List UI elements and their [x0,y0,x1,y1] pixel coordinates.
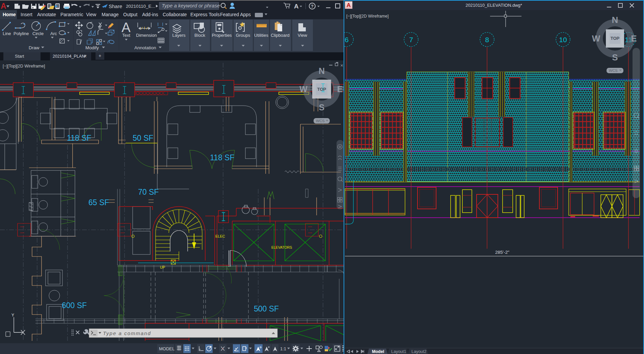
svg-text:W: W [299,84,307,94]
svg-text:View: View [298,33,307,38]
svg-text:1:1: 1:1 [280,346,286,351]
svg-text:500 SF: 500 SF [254,304,279,313]
svg-text:285'-2": 285'-2" [495,250,509,255]
svg-text:Share: Share [109,3,122,9]
svg-text:[−][Top][2D Wireframe]: [−][Top][2D Wireframe] [346,14,388,19]
svg-text:118 SF: 118 SF [210,153,234,162]
svg-text:TOP: TOP [611,36,620,41]
svg-text:Groups: Groups [236,33,250,38]
svg-text:8: 8 [485,36,489,44]
svg-text:A: A [1,2,6,10]
svg-text:Text: Text [122,33,130,38]
svg-text:Layout2: Layout2 [411,349,427,354]
svg-text:Utilities: Utilities [254,33,268,38]
svg-text:W: W [592,33,600,44]
svg-text:Modify: Modify [85,45,99,50]
svg-text:TOP: TOP [317,87,326,92]
svg-text:E: E [337,84,343,94]
svg-text:Type a keyword or phrase: Type a keyword or phrase [162,3,220,8]
svg-text:Y: Y [11,313,14,318]
svg-text:70 SF: 70 SF [138,188,159,196]
svg-text:?: ? [311,4,314,9]
svg-text:Type a command: Type a command [103,330,151,336]
svg-text:ELEVATORS: ELEVATORS [271,245,292,249]
svg-text:MODEL: MODEL [159,346,175,351]
svg-text:Line: Line [3,31,11,36]
svg-text:Polyline: Polyline [14,31,29,36]
svg-text:10: 10 [559,36,567,44]
svg-text:N: N [319,66,325,76]
svg-text:Properties: Properties [212,33,232,38]
svg-text:S: S [319,103,325,112]
svg-text:Block: Block [194,33,205,38]
svg-text:Circle: Circle [32,31,44,36]
svg-text:UP: UP [160,265,165,269]
svg-text:N: N [612,15,618,25]
svg-text:E: E [631,33,637,44]
svg-text:Layout1: Layout1 [391,349,406,354]
svg-text:Annotation: Annotation [134,45,156,50]
svg-text:20210110_E...: 20210110_E... [126,4,155,9]
svg-text:65 SF: 65 SF [88,198,109,207]
svg-text:Clipboard: Clipboard [271,33,290,38]
svg-text:Draw: Draw [29,45,39,50]
svg-text:WCS: WCS [316,119,325,123]
svg-text:S: S [612,52,618,62]
svg-text:50 SF: 50 SF [133,134,153,142]
svg-text:WCS: WCS [609,69,618,73]
svg-text:Model: Model [372,349,384,354]
svg-text:118 SF: 118 SF [67,134,91,142]
svg-text:600 SF: 600 SF [62,301,87,310]
svg-text:Layers: Layers [172,33,186,38]
svg-text:Dimension: Dimension [136,33,157,38]
svg-text:A: A [294,3,299,10]
svg-text:Arc: Arc [50,31,57,36]
svg-text:6: 6 [345,36,349,44]
svg-text:7: 7 [409,36,413,44]
svg-text:[−][Top][2D Wireframe]: [−][Top][2D Wireframe] [3,64,45,69]
svg-text:✕: ✕ [340,63,343,67]
